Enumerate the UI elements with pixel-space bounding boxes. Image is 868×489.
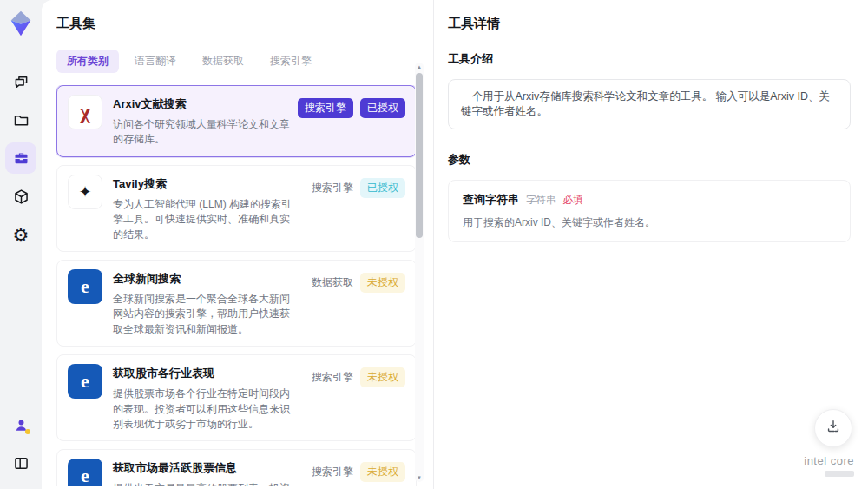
sidebar-item-user[interactable] — [5, 409, 36, 440]
tool-description: 提供股票市场各个行业在特定时间段内的表现。投资者可以利用这些信息来识别表现优于或… — [113, 387, 294, 432]
tavily-icon: ✦ — [68, 175, 102, 209]
parameter-description: 用于搜索的Arxiv ID、关键字或作者姓名。 — [463, 215, 836, 230]
tool-tags: 数据获取 未授权 — [303, 269, 405, 293]
tool-description: 访问各个研究领域大量科学论文和文章的存储库。 — [113, 117, 294, 148]
chat-icon — [12, 73, 30, 91]
tool-description: 提供当天交易量最高的股票列表，投资者可以利用这些信息来识别流动性强的股票和潜在的… — [113, 481, 294, 486]
tool-title: 获取市场最活跃股票信息 — [113, 460, 294, 476]
tab-0[interactable]: 所有类别 — [56, 50, 119, 73]
tool-card[interactable]: ✦ Tavily搜索 专为人工智能代理 (LLM) 构建的搜索引擎工具。可快速提… — [56, 165, 417, 252]
auth-badge: 未授权 — [360, 367, 405, 387]
tool-tags: 搜索引擎 未授权 — [303, 459, 405, 482]
tool-list-panel: 工具集 所有类别语言翻译数据获取搜索引擎 χ Arxiv文献搜索 访问各个研究领… — [42, 0, 434, 489]
page-title: 工具集 — [56, 16, 433, 32]
arxiv-icon: χ — [68, 95, 102, 129]
panel-toggle-icon — [12, 454, 30, 472]
parameter-name: 查询字符串 — [463, 192, 519, 208]
scrollbar[interactable]: ▲ ▼ — [415, 63, 424, 482]
tool-detail-panel: 工具详情 工具介绍 一个用于从Arxiv存储库搜索科学论文和文章的工具。 输入可… — [434, 0, 868, 489]
user-status-dot — [25, 429, 30, 434]
parameter-required-badge: 必填 — [563, 194, 583, 207]
tool-card[interactable]: e 获取股市各行业表现 提供股票市场各个行业在特定时间段内的表现。投资者可以利用… — [56, 354, 417, 441]
toolbox-icon — [12, 149, 30, 168]
tool-intro-text: 一个用于从Arxiv存储库搜索科学论文和文章的工具。 输入可以是Arxiv ID… — [448, 79, 851, 129]
sidebar: ⚙ — [0, 0, 42, 489]
category-tag: 搜索引擎 — [298, 98, 353, 118]
brand-badge-bar — [825, 471, 854, 477]
app-logo-icon — [6, 9, 36, 38]
news-e-icon: e — [68, 364, 102, 399]
folder-icon — [12, 111, 30, 129]
sidebar-item-files[interactable] — [5, 104, 36, 135]
scroll-up-arrow-icon[interactable]: ▲ — [415, 63, 424, 71]
sidebar-item-toolbox[interactable] — [5, 142, 36, 174]
tool-tags: 搜索引擎 已授权 — [303, 175, 405, 198]
package-icon — [12, 188, 30, 206]
tool-card[interactable]: χ Arxiv文献搜索 访问各个研究领域大量科学论文和文章的存储库。 搜索引擎 … — [56, 85, 417, 157]
download-icon — [825, 418, 842, 439]
tab-1[interactable]: 语言翻译 — [124, 50, 187, 73]
tool-card[interactable]: e 全球新闻搜索 全球新闻搜索是一个聚合全球各大新闻网站内容的搜索引擎，帮助用户… — [56, 260, 417, 347]
scrollbar-thumb[interactable] — [416, 73, 423, 238]
detail-title: 工具详情 — [448, 16, 851, 32]
tool-cards: χ Arxiv文献搜索 访问各个研究领域大量科学论文和文章的存储库。 搜索引擎 … — [56, 85, 417, 486]
tool-title: 获取股市各行业表现 — [113, 366, 294, 381]
auth-badge: 未授权 — [360, 462, 405, 482]
sidebar-item-panel-toggle[interactable] — [5, 447, 36, 479]
category-tag: 搜索引擎 — [312, 370, 353, 385]
tool-title: 全球新闻搜索 — [113, 271, 294, 287]
tool-tags: 搜索引擎 已授权 — [303, 95, 405, 118]
parameter-type: 字符串 — [526, 194, 556, 207]
tool-tags: 搜索引擎 未授权 — [303, 364, 405, 387]
category-tabs: 所有类别语言翻译数据获取搜索引擎 — [56, 50, 433, 73]
download-button[interactable] — [814, 409, 852, 447]
category-tag: 数据获取 — [312, 275, 353, 290]
news-e-icon: e — [68, 459, 102, 486]
tool-card[interactable]: e 获取市场最活跃股票信息 提供当天交易量最高的股票列表，投资者可以利用这些信息… — [56, 449, 417, 486]
tool-description: 专为人工智能代理 (LLM) 构建的搜索引擎工具。可快速提供实时、准确和真实的结… — [113, 197, 294, 242]
gear-icon: ⚙ — [13, 226, 30, 244]
category-tag: 搜索引擎 — [312, 465, 353, 479]
tool-description: 全球新闻搜索是一个聚合全球各大新闻网站内容的搜索引擎，帮助用户快速获取全球最新资… — [113, 292, 294, 337]
intel-core-logo: intel core — [804, 453, 854, 477]
main-surface: 工具集 所有类别语言翻译数据获取搜索引擎 χ Arxiv文献搜索 访问各个研究领… — [42, 0, 868, 489]
parameter-card: 查询字符串 字符串 必填 用于搜索的Arxiv ID、关键字或作者姓名。 — [448, 180, 851, 242]
params-heading: 参数 — [448, 152, 851, 168]
intro-heading: 工具介绍 — [448, 51, 851, 67]
sidebar-item-settings[interactable]: ⚙ — [5, 219, 36, 250]
tab-3[interactable]: 搜索引擎 — [260, 50, 322, 73]
tool-title: Arxiv文献搜索 — [113, 96, 294, 112]
auth-badge: 已授权 — [360, 178, 405, 198]
tab-2[interactable]: 数据获取 — [192, 50, 254, 73]
brand-text: intel core — [804, 454, 854, 467]
sidebar-item-packages[interactable] — [5, 181, 36, 212]
auth-badge: 未授权 — [360, 273, 405, 293]
news-e-icon: e — [68, 269, 102, 304]
sidebar-item-chat[interactable] — [5, 66, 36, 97]
scroll-down-arrow-icon[interactable]: ▼ — [415, 473, 424, 482]
category-tag: 搜索引擎 — [312, 181, 353, 195]
app-window: ⚙ — [0, 0, 868, 489]
tool-title: Tavily搜索 — [113, 176, 294, 192]
auth-badge: 已授权 — [360, 98, 405, 118]
